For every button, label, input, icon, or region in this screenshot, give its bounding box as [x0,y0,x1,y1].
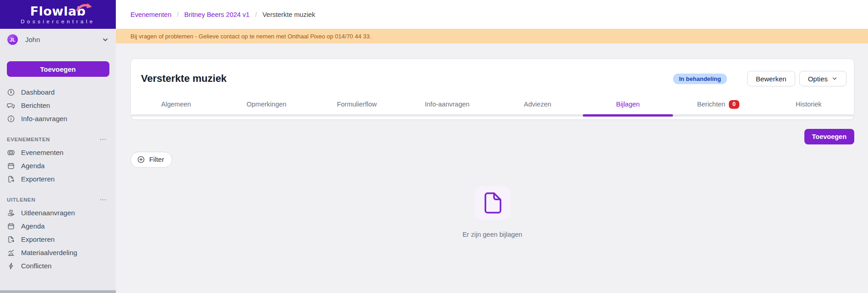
sidebar-item-label: Uitleenaanvragen [21,209,75,217]
notice-banner: Bij vragen of problemen - Gelieve contac… [116,29,868,43]
logo: Flowlab [30,5,86,17]
page-title: Versterkte muziek [141,73,673,85]
tab-label: Opmerkingen [247,101,287,108]
sidebar-item-info-aanvragen[interactable]: Info-aanvragen [0,112,116,125]
file-export-icon [7,175,15,183]
brand-tagline: Dossiercentrale [21,19,95,24]
sidebar-item-label: Exporteren [21,235,54,243]
sidebar-section-evenementen: EVENEMENTEN ⋯ [0,137,116,142]
tab-opmerkingen[interactable]: Opmerkingen [221,97,311,113]
tab-label: Adviezen [524,101,551,108]
empty-state: Er zijn geen bijlagen [130,186,854,238]
ticket-icon [7,149,15,157]
sidebar: Flowlab Dossiercentrale JL John Toevoege… [0,0,116,293]
file-export-icon [7,235,15,244]
empty-icon-container [475,186,510,220]
breadcrumb-separator: / [255,11,257,18]
section-ellipsis-button[interactable]: ⋯ [99,138,107,141]
sidebar-item-berichten[interactable]: Berichten [0,99,116,112]
edit-button-label: Bewerken [756,75,787,83]
unread-count-badge: 0 [729,100,739,109]
hand-box-icon [7,209,15,217]
active-tab-indicator [583,114,673,117]
sidebar-item-dashboard[interactable]: Dashboard [0,85,116,99]
tab-label: Bijlagen [616,101,640,108]
sidebar-item-label: Exporteren [21,175,54,183]
breadcrumb-separator: / [177,11,179,18]
sidebar-item-label: Agenda [21,162,45,170]
tab-formulierflow[interactable]: Formulierflow [312,97,402,113]
logo-arrow-icon [76,2,93,12]
sidebar-item-materiaalverdeling[interactable]: Materiaalverdeling [0,246,116,259]
section-title: EVENEMENTEN [7,137,50,142]
content: Versterkte muziek In behandeling Bewerke… [116,43,868,293]
main-area: Evenementen / Britney Beers 2024 v1 / Ve… [116,0,868,293]
chevron-down-icon [831,75,838,82]
sidebar-item-label: Conflicten [21,262,52,270]
chevron-down-icon [102,36,109,43]
calendar-icon [7,162,15,170]
user-name: John [25,36,102,43]
plus-circle-icon [137,155,145,164]
add-attachment-button[interactable]: Toevoegen [804,129,854,144]
tabs-row: Algemeen Opmerkingen Formulierflow Info-… [131,97,854,113]
breadcrumb: Evenementen / Britney Beers 2024 v1 / Ve… [130,11,315,18]
sidebar-item-label: Agenda [21,222,45,230]
sidebar-item-label: Evenementen [21,149,64,156]
tab-historiek[interactable]: Historiek [764,97,854,113]
filter-button[interactable]: Filter [130,152,172,168]
bar-chart-icon [7,249,15,257]
breadcrumb-evenementen[interactable]: Evenementen [130,11,171,18]
sidebar-nav: Dashboard Berichten Info-aanvragen EVENE… [0,85,116,272]
sidebar-item-exporteren-evenementen[interactable]: Exporteren [0,172,116,186]
sidebar-section-uitlenen: UITLENEN ⋯ [0,197,116,202]
avatar: JL [6,33,19,46]
tab-info-aanvragen[interactable]: Info-aanvragen [402,97,492,113]
options-button-label: Opties [808,75,828,83]
lightning-bolt-icon [7,262,15,270]
sidebar-bottom-strip [0,290,116,293]
sidebar-item-label: Dashboard [21,88,54,96]
tab-label: Formulierflow [337,101,377,108]
document-icon [483,191,503,215]
options-button[interactable]: Opties [799,71,846,86]
filter-row: Filter [130,152,854,168]
tab-adviezen[interactable]: Adviezen [493,97,583,113]
topbar: Evenementen / Britney Beers 2024 v1 / Ve… [116,0,868,29]
sidebar-item-agenda-evenementen[interactable]: Agenda [0,159,116,172]
tab-berichten[interactable]: Berichten 0 [673,97,763,113]
info-circle-icon [7,115,15,123]
status-badge: In behandeling [673,74,727,84]
empty-state-text: Er zijn geen bijlagen [462,231,522,238]
sidebar-item-evenementen[interactable]: Evenementen [0,146,116,159]
breadcrumb-current: Versterkte muziek [262,11,315,18]
user-menu[interactable]: JL John [0,29,116,49]
tab-algemeen[interactable]: Algemeen [131,97,221,113]
sidebar-item-label: Materiaalverdeling [21,249,77,256]
breadcrumb-dossier[interactable]: Britney Beers 2024 v1 [184,11,250,18]
sidebar-item-conflicten[interactable]: Conflicten [0,259,116,272]
gauge-icon [7,88,15,96]
tab-bar: Algemeen Opmerkingen Formulierflow Info-… [131,97,854,117]
calendar-icon [7,222,15,230]
sidebar-item-agenda-uitlenen[interactable]: Agenda [0,219,116,233]
dossier-card: Versterkte muziek In behandeling Bewerke… [130,59,854,120]
tab-bijlagen[interactable]: Bijlagen [583,97,673,113]
tab-label: Historiek [796,101,821,108]
section-ellipsis-button[interactable]: ⋯ [99,198,107,202]
attachments-toolbar: Toevoegen [130,129,854,144]
card-header: Versterkte muziek In behandeling Bewerke… [131,59,854,86]
sidebar-item-uitleenaanvragen[interactable]: Uitleenaanvragen [0,206,116,219]
sidebar-header: Flowlab Dossiercentrale [0,0,116,29]
tab-track [131,114,854,117]
sidebar-add-button[interactable]: Toevoegen [7,61,109,77]
edit-button[interactable]: Bewerken [747,71,795,86]
tab-label: Berichten [697,101,725,108]
sidebar-item-exporteren-uitlenen[interactable]: Exporteren [0,233,116,246]
tab-label: Algemeen [161,101,191,108]
notice-banner-text: Bij vragen of problemen - Gelieve contac… [130,33,371,40]
sidebar-item-label: Info-aanvragen [21,115,67,123]
filter-button-label: Filter [149,156,164,163]
sidebar-item-label: Berichten [21,101,50,109]
tab-label: Info-aanvragen [425,101,470,108]
